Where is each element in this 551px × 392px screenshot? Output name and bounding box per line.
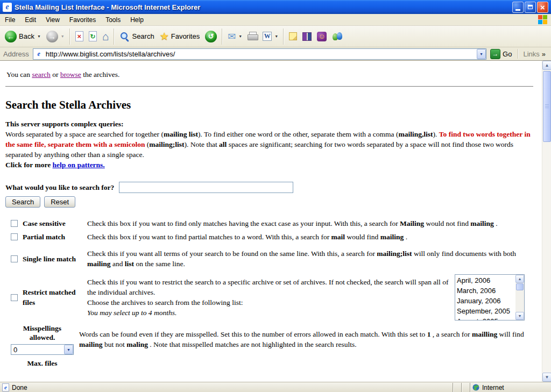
browse-link[interactable]: browse [60, 70, 81, 79]
status-bar: e Done Internet [0, 382, 551, 392]
word-dropdown-icon[interactable]: ▼ [274, 34, 278, 38]
status-page-icon: e [2, 383, 9, 391]
archive-option[interactable]: January, 2006 [455, 297, 502, 305]
menu-file[interactable]: File [0, 15, 20, 25]
address-url[interactable]: http://www.biglist.com/lists/stella/arch… [46, 50, 477, 58]
forward-icon: → [46, 31, 58, 42]
favicon-glyph: e [38, 51, 40, 57]
favorites-button[interactable]: ★ Favorites [157, 27, 203, 46]
close-button[interactable]: × [537, 2, 548, 13]
links-chevron-icon[interactable]: » [542, 50, 546, 58]
listbox-scrollbar[interactable]: ▲ ▼ [515, 275, 524, 320]
menu-edit[interactable]: Edit [20, 15, 41, 25]
back-button[interactable]: ← Back ▼ [2, 27, 44, 46]
msn-messenger-button[interactable] [329, 27, 345, 46]
status-pane-spacer [453, 383, 462, 392]
help-pre: Click for more [5, 161, 53, 169]
word-icon: W [263, 32, 272, 41]
case-sensitive-checkbox[interactable] [11, 220, 18, 227]
edit-with-word-button[interactable]: W ▼ [260, 27, 281, 46]
archive-option[interactable]: August, 2005 [455, 317, 500, 320]
search-link[interactable]: search [32, 70, 50, 79]
home-button[interactable]: ⌂ [100, 27, 112, 46]
print-button[interactable] [245, 27, 260, 46]
menu-help[interactable]: Help [125, 15, 149, 25]
misspellings-label: Misspellings allowed. [10, 324, 75, 342]
stop-button[interactable]: × [73, 27, 86, 46]
favorites-star-icon: ★ [160, 31, 169, 41]
menu-favorites[interactable]: Favorites [65, 15, 101, 25]
address-dropdown-button[interactable]: ▼ [477, 49, 486, 59]
listbox-scroll-up-icon[interactable]: ▲ [515, 275, 524, 283]
option-row-single-line-match: Single line match Check this if you want… [5, 248, 533, 269]
archive-option[interactable]: March, 2006 [455, 287, 497, 295]
scroll-up-icon[interactable]: ▲ [542, 61, 551, 70]
search-toolbar-label: Search [132, 32, 154, 40]
restrict-desc-main: Check this if you want to restrict the s… [87, 277, 455, 297]
misspellings-cell: Misspellings allowed. 0 ▼ [5, 324, 79, 355]
status-pane-zone: Internet [470, 383, 551, 392]
menu-tools[interactable]: Tools [101, 15, 125, 25]
restrict-files-checkbox[interactable] [11, 294, 18, 301]
help-line: Click for more help on patterns. [5, 160, 533, 170]
listbox-scroll-thumb[interactable] [516, 283, 524, 290]
browser-viewport: You can search or browse the archives. S… [0, 61, 551, 382]
restrict-italic-note: You may select up to 4 months. [87, 308, 455, 318]
misspellings-select[interactable]: 0 ▼ [11, 344, 74, 355]
yahoo-messenger-button[interactable]: ☺ [314, 27, 329, 46]
page-scrollbar[interactable]: ▲ ▼ [542, 61, 551, 382]
windows-logo-icon [538, 15, 548, 25]
security-zone-text: Internet [482, 384, 504, 391]
reset-button[interactable]: Reset [44, 196, 75, 208]
status-pane-spacer [462, 383, 470, 392]
button-row: Search Reset [5, 196, 533, 208]
minimize-button[interactable] [512, 2, 524, 13]
links-separator [518, 49, 519, 59]
intro-pre: You can [6, 70, 32, 79]
window-controls: × [512, 2, 548, 13]
help-on-patterns-link[interactable]: help on patterns. [53, 161, 105, 169]
home-icon: ⌂ [102, 31, 109, 42]
listbox-scroll-down-icon[interactable]: ▼ [515, 312, 524, 320]
single-line-match-checkbox[interactable] [11, 255, 18, 262]
links-label[interactable]: Links [523, 50, 539, 58]
archive-listbox[interactable]: April, 2006 March, 2006 January, 2006 Se… [455, 274, 525, 320]
toolbar-separator [69, 28, 70, 45]
research-button[interactable] [300, 27, 314, 46]
restrict-label-cell: Restrict matched files [5, 287, 87, 308]
mail-dropdown-icon[interactable]: ▼ [238, 34, 242, 38]
restrict-choose-line: Choose the archives to search from the f… [87, 297, 455, 308]
partial-match-checkbox[interactable] [11, 233, 18, 240]
intro-post: the archives. [81, 70, 120, 79]
misspellings-value: 0 [11, 345, 64, 355]
go-button[interactable]: → Go [486, 49, 515, 59]
scroll-thumb[interactable] [543, 71, 551, 142]
search-button[interactable]: Search [5, 196, 40, 208]
menu-view[interactable]: View [41, 15, 65, 25]
search-input[interactable] [119, 182, 293, 193]
history-button[interactable]: ↺ [202, 27, 220, 46]
onenote-button[interactable] [286, 27, 300, 46]
search-row: What would you like to search for? [5, 182, 533, 193]
misspellings-dropdown-icon[interactable]: ▼ [64, 345, 73, 354]
archive-option[interactable]: September, 2005 [455, 307, 512, 315]
search-toolbar-button[interactable]: Search [117, 27, 157, 46]
restore-button[interactable] [525, 2, 536, 13]
address-field[interactable]: e http://www.biglist.com/lists/stella/ar… [33, 48, 486, 60]
internet-globe-icon [472, 384, 479, 391]
queries-heading: This server supports complex queries: [5, 119, 533, 129]
single-line-label-cell: Single line match [5, 254, 87, 264]
flag-green [543, 15, 547, 19]
search-icon [119, 31, 130, 41]
mail-button[interactable]: ✉ ▼ [225, 27, 245, 46]
refresh-button[interactable]: ↻ [86, 27, 100, 46]
go-icon: → [490, 49, 500, 59]
forward-dropdown-icon[interactable]: ▼ [61, 34, 65, 38]
archive-option[interactable]: April, 2006 [455, 276, 492, 284]
back-dropdown-icon[interactable]: ▼ [37, 34, 41, 38]
scroll-down-icon[interactable]: ▼ [542, 373, 551, 382]
forward-button[interactable]: → ▼ [44, 27, 67, 46]
window-ie-icon: e [3, 3, 12, 12]
print-icon [248, 32, 257, 41]
single-line-match-label: Single line match [23, 254, 76, 264]
